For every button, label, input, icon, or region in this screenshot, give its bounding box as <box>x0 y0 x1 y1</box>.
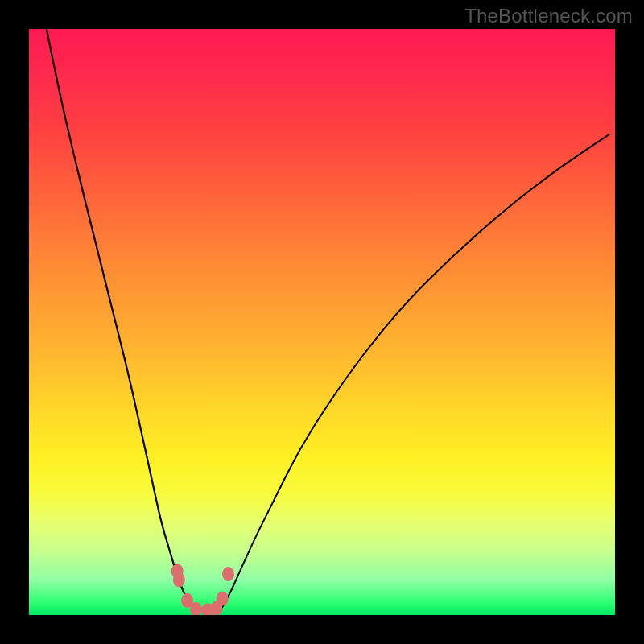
watermark-text: TheBottleneck.com <box>464 5 633 27</box>
left-branch-curve <box>47 29 196 612</box>
chart-frame: TheBottleneck.com <box>0 0 644 644</box>
marker-cluster <box>171 564 234 615</box>
right-branch-curve <box>220 134 609 612</box>
plot-area <box>29 29 615 615</box>
marker-dot <box>222 567 234 581</box>
marker-dot <box>217 592 229 606</box>
curve-svg <box>29 29 615 615</box>
marker-dot <box>173 572 185 587</box>
